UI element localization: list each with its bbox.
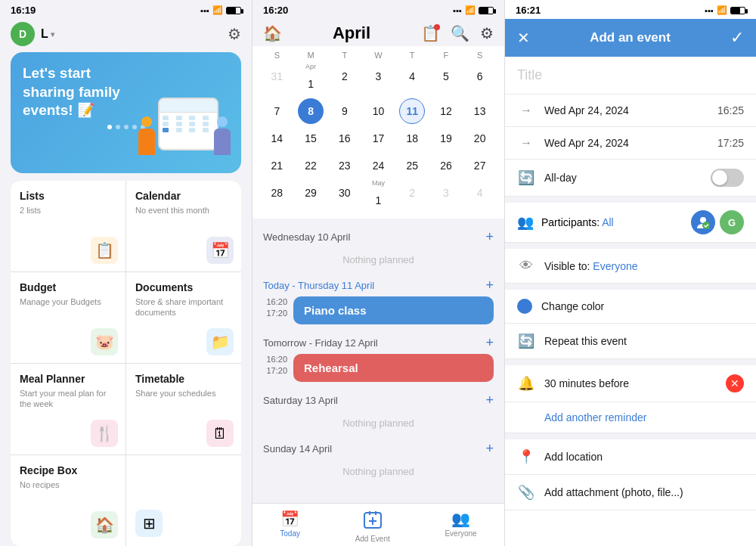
- recipe-sub: No recipes: [20, 479, 116, 490]
- user-name-button[interactable]: L ▾: [41, 27, 54, 41]
- menu-item-budget[interactable]: Budget Manage your Budgets 🐷: [11, 272, 125, 363]
- add-reminder-row[interactable]: Add another reminder: [505, 402, 756, 433]
- cal-day[interactable]: 17: [365, 126, 391, 151]
- cal-day[interactable]: 10: [365, 98, 391, 124]
- menu-item-timetable[interactable]: Timetable Share your schedules 🗓: [126, 364, 241, 454]
- menu-item-documents[interactable]: Documents Store & share important docume…: [126, 272, 241, 363]
- status-icons-3: ▪▪▪ 📶: [705, 5, 745, 15]
- add-event-tab-icon: [363, 510, 383, 533]
- add-event-sat13-button[interactable]: +: [485, 392, 494, 408]
- everyone-tab-icon: 👥: [451, 510, 470, 528]
- close-button[interactable]: ✕: [517, 29, 530, 47]
- end-date-row[interactable]: → Wed Apr 24, 2024 17:25: [505, 127, 756, 160]
- add-event-sun14-button[interactable]: +: [485, 441, 494, 457]
- cal-day[interactable]: 31: [264, 64, 290, 89]
- menu-item-calendar[interactable]: Calendar No event this month 📅: [126, 181, 241, 271]
- settings-icon[interactable]: ⚙: [228, 25, 241, 43]
- add-reminder-label: Add another reminder: [544, 411, 744, 423]
- view-icon[interactable]: 📋: [421, 24, 440, 42]
- cal-day[interactable]: 4: [399, 64, 425, 89]
- cal-day[interactable]: 18: [399, 126, 425, 151]
- participants-row[interactable]: 👥 Participants: All G: [505, 203, 756, 243]
- cal-day[interactable]: 7: [264, 98, 290, 124]
- event-title-field[interactable]: Title: [505, 57, 756, 95]
- cal-day[interactable]: 2: [332, 64, 358, 89]
- menu-item-more[interactable]: ⊞: [126, 455, 241, 546]
- cal-day[interactable]: 9: [332, 98, 358, 124]
- cal-day[interactable]: 2: [399, 180, 425, 206]
- title-placeholder: Title: [517, 67, 542, 82]
- today-tab-icon: 📅: [280, 510, 299, 528]
- menu-item-recipe[interactable]: Recipe Box No recipes 🏠: [11, 455, 125, 546]
- time-3: 16:21: [516, 5, 541, 16]
- add-attachment-row[interactable]: 📎 Add attachment (photo, file...): [505, 475, 756, 510]
- cal-day[interactable]: 4: [467, 180, 493, 206]
- tab-everyone[interactable]: 👥 Everyone: [445, 510, 476, 543]
- cal-day[interactable]: 30: [332, 180, 358, 206]
- start-date-text: Wed Apr 24, 2024: [544, 104, 708, 116]
- cal-day[interactable]: 21: [264, 153, 290, 178]
- repeat-event-row[interactable]: 🔄 Repeat this event: [505, 324, 756, 359]
- wifi-icon-3: 📶: [717, 5, 727, 15]
- cal-day[interactable]: 16: [332, 126, 358, 151]
- settings-icon-cal[interactable]: ⚙: [480, 24, 494, 42]
- cal-day[interactable]: 22: [298, 153, 324, 178]
- tab-add-event-label: Add Event: [355, 535, 390, 543]
- tab-add-event[interactable]: Add Event: [355, 510, 390, 543]
- cal-day[interactable]: 19: [433, 126, 459, 151]
- cal-day[interactable]: 14: [264, 126, 290, 151]
- avatar[interactable]: D: [11, 22, 35, 46]
- visible-link[interactable]: Everyone: [593, 260, 637, 272]
- lists-sub: 2 lists: [20, 205, 116, 216]
- cal-day[interactable]: 24: [365, 153, 391, 178]
- meal-icon: 🍴: [91, 420, 118, 447]
- start-date-row[interactable]: → Wed Apr 24, 2024 16:25: [505, 95, 756, 127]
- nothing-planned-sat13: Nothing planned: [263, 411, 494, 435]
- cal-day[interactable]: 1: [365, 188, 391, 213]
- tab-today[interactable]: 📅 Today: [280, 510, 300, 543]
- all-day-row[interactable]: 🔄 All-day: [505, 160, 756, 197]
- cal-day[interactable]: 20: [467, 126, 493, 151]
- cal-day[interactable]: 25: [399, 153, 425, 178]
- cal-day[interactable]: 5: [433, 64, 459, 89]
- cal-day[interactable]: 27: [467, 153, 493, 178]
- color-dot-icon: [517, 299, 532, 314]
- change-color-row[interactable]: Change color: [505, 290, 756, 324]
- cal-day-selected[interactable]: 8: [298, 98, 324, 124]
- cal-day[interactable]: 6: [467, 64, 493, 89]
- cal-day[interactable]: 15: [298, 126, 324, 151]
- cal-day[interactable]: 12: [433, 98, 459, 124]
- cal-day-today[interactable]: 11: [399, 98, 425, 124]
- add-location-row[interactable]: 📍 Add location: [505, 439, 756, 475]
- participants-link[interactable]: All: [602, 216, 614, 228]
- cal-day[interactable]: 3: [365, 64, 391, 89]
- add-event-fri12-button[interactable]: +: [485, 335, 494, 351]
- cal-day[interactable]: 29: [298, 180, 324, 206]
- remove-reminder-button[interactable]: ✕: [726, 374, 744, 392]
- calendar-header-icons: 📋 🔍 ⚙: [421, 24, 494, 42]
- all-day-toggle[interactable]: [711, 169, 744, 187]
- cal-day[interactable]: 23: [332, 153, 358, 178]
- add-event-wed10-button[interactable]: +: [485, 229, 494, 245]
- add-event-thu11-button[interactable]: +: [485, 278, 494, 293]
- battery-icon: [226, 7, 241, 14]
- cal-day[interactable]: 13: [467, 98, 493, 124]
- weekday-thu: T: [395, 51, 429, 60]
- start-time-value: 16:25: [717, 104, 744, 116]
- reminder-row[interactable]: 🔔 30 minutes before ✕: [505, 365, 756, 402]
- search-icon[interactable]: 🔍: [451, 24, 469, 42]
- calendar-tabbar: 📅 Today Add Event 👥 Everyone: [253, 503, 504, 546]
- cal-day[interactable]: 3: [433, 180, 459, 206]
- confirm-button[interactable]: ✓: [730, 28, 744, 48]
- cal-day[interactable]: 1: [298, 71, 324, 97]
- cal-day[interactable]: 28: [264, 180, 290, 206]
- event-block-piano[interactable]: Piano class: [293, 296, 494, 324]
- svg-point-6: [702, 222, 710, 229]
- menu-item-meal[interactable]: Meal Planner Start your meal plan for th…: [11, 364, 125, 454]
- home-icon[interactable]: 🏠: [263, 24, 282, 42]
- visible-to-row[interactable]: 👁 Visible to: Everyone: [505, 249, 756, 284]
- event-block-rehearsal[interactable]: Rehearsal: [293, 354, 494, 382]
- cal-day[interactable]: 26: [433, 153, 459, 178]
- p1-header: D L ▾ ⚙: [0, 19, 252, 52]
- menu-item-lists[interactable]: Lists 2 lists 📋: [11, 181, 125, 271]
